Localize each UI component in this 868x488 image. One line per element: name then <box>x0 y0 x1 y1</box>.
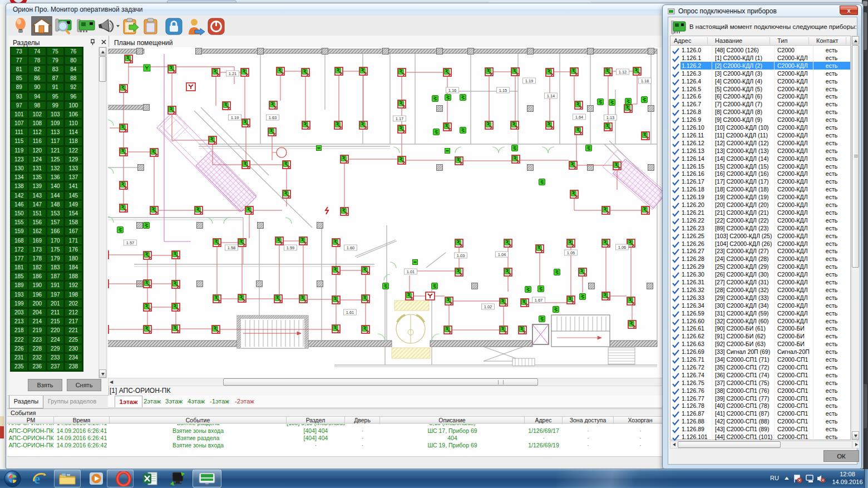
svg-text:1.16: 1.16 <box>448 88 457 93</box>
svg-text:1.57: 1.57 <box>126 240 135 245</box>
svg-text:1.17: 1.17 <box>396 116 404 121</box>
svg-text:1.59: 1.59 <box>287 245 295 250</box>
svg-text:1.06: 1.06 <box>618 245 627 250</box>
svg-text:1.04: 1.04 <box>498 252 506 257</box>
svg-text:1.64: 1.64 <box>575 115 584 120</box>
svg-text:1.18: 1.18 <box>641 78 649 83</box>
svg-text:1.19: 1.19 <box>525 78 534 83</box>
svg-text:1.03: 1.03 <box>457 253 465 258</box>
svg-text:1.02: 1.02 <box>484 304 492 309</box>
svg-text:1.19: 1.19 <box>231 115 239 120</box>
svg-text:1.12: 1.12 <box>619 70 627 75</box>
svg-text:1.67: 1.67 <box>535 298 543 303</box>
svg-text:1.14: 1.14 <box>547 93 555 98</box>
svg-text:1.61: 1.61 <box>346 310 354 315</box>
svg-text:1.58: 1.58 <box>228 245 236 250</box>
svg-text:1.63: 1.63 <box>269 115 277 120</box>
svg-text:1.60: 1.60 <box>347 245 355 250</box>
svg-text:1.13: 1.13 <box>606 115 615 120</box>
svg-text:1.21: 1.21 <box>229 71 237 76</box>
svg-text:1.01: 1.01 <box>407 269 415 274</box>
svg-text:1.05: 1.05 <box>567 250 575 255</box>
svg-text:1.15: 1.15 <box>499 88 507 93</box>
